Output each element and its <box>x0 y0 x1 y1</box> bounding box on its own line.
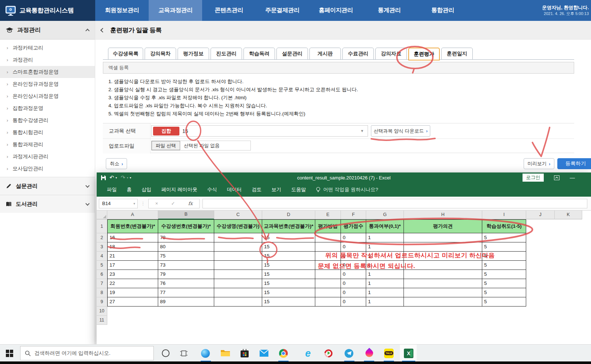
nav-item-integration[interactable]: 통합관리 <box>416 0 469 21</box>
empty-cell[interactable] <box>555 297 582 307</box>
tab-completion[interactable]: 수료관리 <box>342 48 374 60</box>
taskbar-explorer-button[interactable] <box>219 345 231 362</box>
taskbar-ie-button[interactable]: e <box>302 345 314 362</box>
excel-title-bar[interactable]: ↶▾ ↷▾ ▾ content_result_sample.20210426 (… <box>97 172 591 183</box>
cell[interactable]: 15 <box>262 252 315 261</box>
nav-item-contents[interactable]: 콘텐츠관리 <box>202 0 256 21</box>
tab-training-journal[interactable]: 훈련일지 <box>441 48 473 60</box>
cell[interactable] <box>315 261 341 270</box>
empty-cell[interactable] <box>555 252 582 261</box>
cell[interactable] <box>315 288 341 297</box>
cell[interactable]: 89 <box>158 297 214 307</box>
cell[interactable]: 1 <box>366 233 404 242</box>
cell[interactable] <box>404 270 482 279</box>
row-number[interactable]: 10 <box>97 307 107 316</box>
task-view-button[interactable] <box>176 345 191 362</box>
row-number[interactable]: 7 <box>97 279 107 288</box>
insert-function-icon[interactable]: fx <box>188 201 193 206</box>
cell[interactable]: 5 <box>482 297 526 307</box>
save-icon[interactable] <box>101 175 106 180</box>
cell[interactable]: 1 <box>366 288 404 297</box>
cell[interactable]: 1 <box>366 279 404 288</box>
sidebar-item-copy-answer[interactable]: ›모사답안관리 <box>0 163 95 175</box>
ribbon-tab-data[interactable]: 데이터 <box>227 186 242 193</box>
cell[interactable] <box>214 288 262 297</box>
taskbar-media-player-button[interactable] <box>322 345 335 362</box>
row-number[interactable]: 9 <box>97 297 107 307</box>
cell[interactable]: 79 <box>158 270 214 279</box>
cell[interactable]: 78 <box>158 233 214 242</box>
empty-cell[interactable] <box>526 252 555 261</box>
cell[interactable]: 15 <box>262 233 315 242</box>
column-header-e[interactable]: E <box>315 211 341 219</box>
taskbar-store-button[interactable] <box>238 345 251 362</box>
submit-button[interactable]: 등록하기 <box>557 158 591 169</box>
empty-cell[interactable] <box>526 279 555 288</box>
cell[interactable] <box>404 233 482 242</box>
sidebar-item-online-regular[interactable]: ›온라인정규과정운영 <box>0 78 95 90</box>
cell[interactable]: 15 <box>262 261 315 270</box>
confirm-entry-icon[interactable]: ✓ <box>171 201 175 206</box>
empty-cell[interactable] <box>526 297 555 307</box>
sidebar-section-survey[interactable]: 설문관리 <box>0 177 95 195</box>
namebox-dropdown-icon[interactable]: ▾ <box>133 202 135 205</box>
select-all-corner[interactable] <box>97 211 107 219</box>
sidebar-section-course[interactable]: 과정관리 <box>0 21 95 40</box>
cell[interactable]: 75 <box>158 252 214 261</box>
empty-cell[interactable] <box>555 261 582 270</box>
cell[interactable]: 0 <box>341 279 366 288</box>
cell[interactable]: 15 <box>262 279 315 288</box>
sidebar-item-task-mgmt[interactable]: ›통합과제관리 <box>0 138 95 151</box>
tab-board[interactable]: 게시판 <box>309 48 341 60</box>
nav-item-order[interactable]: 주문결제관리 <box>256 0 309 21</box>
ribbon-tab-home[interactable]: 홈 <box>127 186 132 193</box>
column-header-a[interactable]: A <box>107 211 158 219</box>
column-header-f[interactable]: F <box>341 211 366 219</box>
cell[interactable]: 15 <box>262 270 315 279</box>
taskbar-edge-button[interactable] <box>199 345 212 362</box>
column-header-i[interactable]: I <box>482 211 526 219</box>
taskbar-kakaotalk-button[interactable]: TALK <box>382 345 395 362</box>
cell[interactable]: 1 <box>366 270 404 279</box>
nav-item-member[interactable]: 회원정보관리 <box>95 0 149 21</box>
tell-me-search[interactable]: 어떤 작업을 원하시나요? <box>316 186 378 193</box>
tab-student-list[interactable]: 수강생목록 <box>108 48 143 60</box>
empty-cell[interactable] <box>555 279 582 288</box>
sidebar-item-category[interactable]: ›과정카테고리 <box>0 42 95 54</box>
file-select-button[interactable]: 파일 선택 <box>152 141 180 150</box>
cell[interactable] <box>214 279 262 288</box>
column-header-k[interactable]: K <box>555 211 582 219</box>
cell[interactable] <box>404 242 482 252</box>
preview-button[interactable]: 미리보기 › <box>524 158 554 169</box>
cell[interactable] <box>315 270 341 279</box>
cell[interactable]: 15 <box>262 288 315 297</box>
column-header-c[interactable]: C <box>214 211 262 219</box>
cell[interactable]: 0 <box>341 242 366 252</box>
sidebar-item-course-mgmt[interactable]: ›과정관리 <box>0 54 95 66</box>
empty-cell[interactable] <box>526 288 555 297</box>
cell[interactable] <box>315 297 341 307</box>
ribbon-tab-insert[interactable]: 삽입 <box>142 186 152 193</box>
cell[interactable]: 5 <box>482 242 526 252</box>
empty-cell[interactable] <box>526 219 555 233</box>
ribbon-tab-view[interactable]: 보기 <box>271 186 281 193</box>
empty-cell[interactable] <box>555 233 582 242</box>
ribbon-tab-help[interactable]: 도움말 <box>291 186 306 193</box>
sidebar-item-board-mgmt[interactable]: ›과정게시판관리 <box>0 151 95 163</box>
header-cell-eval-score[interactable]: 평가점수 <box>341 219 366 233</box>
nav-item-course[interactable]: 교육과정관리 <box>149 0 202 21</box>
row-number[interactable]: 6 <box>97 270 107 279</box>
cell[interactable] <box>214 261 262 270</box>
empty-cell[interactable] <box>526 233 555 242</box>
row-number[interactable]: 8 <box>97 288 107 297</box>
minimize-icon[interactable]: — <box>570 175 575 181</box>
cell[interactable] <box>404 252 482 261</box>
column-header-b[interactable]: B <box>158 211 214 219</box>
row-number[interactable]: 2 <box>97 233 107 242</box>
app-logo[interactable]: 교육통합관리시스템 <box>0 0 95 21</box>
formula-input[interactable] <box>202 199 587 208</box>
cell[interactable]: 5 <box>482 233 526 242</box>
cell[interactable]: 1 <box>366 252 404 261</box>
taskbar-chrome-button[interactable] <box>277 345 290 362</box>
taskbar-telegram-button[interactable] <box>343 345 355 362</box>
